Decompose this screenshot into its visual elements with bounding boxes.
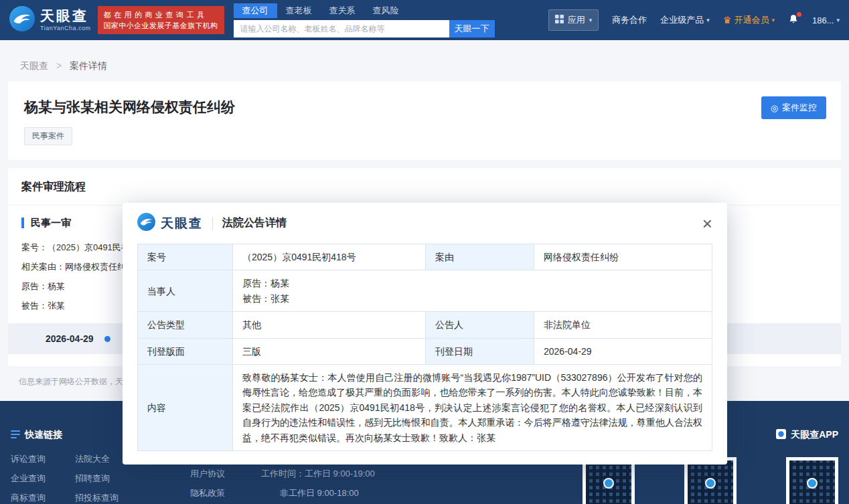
nav-business-label: 商务合作 — [612, 14, 647, 26]
section-title: 案件审理流程 — [8, 168, 841, 205]
table-row: 当事人 原告：杨某 被告：张某 — [138, 270, 712, 312]
user-account-menu[interactable]: 186... ▾ — [812, 15, 840, 25]
publish-date-value-cell: 2026-04-29 — [534, 338, 712, 364]
announcer-label-cell: 公告人 — [426, 312, 534, 338]
field-label: 案号： — [21, 238, 48, 257]
tianyancha-logo[interactable]: 天眼查 TianYanCha.com — [9, 6, 91, 34]
table-row: 公告类型 其他 公告人 非法院单位 — [138, 312, 712, 338]
quick-links-title: 快速链接 — [25, 429, 62, 441]
nav-business-cooperation[interactable]: 商务合作 — [612, 14, 647, 26]
qr-logo-icon — [807, 478, 818, 489]
table-row: 刊登版面 三版 刊登日期 2026-04-29 — [138, 338, 712, 364]
crown-icon: ♛ — [723, 15, 732, 25]
apps-grid-icon — [555, 15, 564, 25]
publish-page-label-cell: 刊登版面 — [138, 338, 233, 364]
logo-eye-icon — [137, 213, 155, 234]
court-announcement-modal: 天眼查 法院公告详情 × 案号 （2025）京0491民初418号 案由 网络侵… — [123, 203, 727, 465]
footer-link-privacy-policy[interactable]: 隐私政策 — [190, 487, 261, 499]
search-block: 查公司 查老板 查关系 查风险 天眼一下 — [234, 3, 495, 37]
timeline-date: 2026-04-29 — [46, 333, 94, 344]
tab-search-company[interactable]: 查公司 — [234, 3, 277, 18]
qr-logo-icon — [705, 478, 716, 489]
chevron-down-icon: ▾ — [589, 17, 593, 23]
field-value: 张某 — [48, 296, 65, 315]
table-row: 案号 （2025）京0491民初418号 案由 网络侵权责任纠纷 — [138, 244, 712, 270]
footer-link[interactable]: 诉讼查询 — [11, 453, 75, 465]
party-label-cell: 当事人 — [138, 270, 233, 312]
content-label-cell: 内容 — [138, 364, 233, 450]
nav-enterprise-products[interactable]: 企业级产品 ▾ — [660, 14, 710, 26]
cause-value-cell: 网络侵权责任纠纷 — [534, 244, 712, 270]
field-label: 相关案由： — [21, 257, 65, 276]
breadcrumb-home-link[interactable]: 天眼查 — [20, 60, 48, 71]
case-number-value-cell: （2025）京0491民初418号 — [233, 244, 426, 270]
page-title: 杨某与张某相关网络侵权责任纠纷 — [24, 98, 825, 116]
defendant-line: 被告：张某 — [242, 291, 702, 306]
modal-header: 天眼查 法院公告详情 × — [123, 203, 727, 242]
field-label: 被告： — [21, 296, 48, 315]
footer-link[interactable]: 企业查询 — [11, 473, 75, 485]
chevron-down-icon: ▾ — [706, 17, 710, 23]
field-label: 原告： — [21, 276, 48, 296]
brand-name: 天眼查 — [40, 9, 91, 23]
announcer-value-cell: 非法院单位 — [534, 312, 712, 338]
header-right-nav: 应用 ▾ 商务合作 企业级产品 ▾ ♛ 开通会员 ▾ — [548, 9, 840, 31]
footer-link-user-agreement[interactable]: 用户协议 — [190, 468, 261, 480]
app-icon — [776, 429, 786, 441]
top-navigation-bar: 天眼查 TianYanCha.com 都在用的商业查询工具 国家中小企业发展子基… — [0, 0, 849, 40]
qr-code-3 — [786, 457, 838, 504]
tab-search-relation[interactable]: 查关系 — [321, 3, 364, 18]
announcement-type-label-cell: 公告类型 — [138, 312, 233, 338]
footer-link[interactable]: 招投标查询 — [75, 492, 165, 504]
qr-logo-icon — [603, 478, 614, 489]
party-value-cell: 原告：杨某 被告：张某 — [233, 270, 712, 312]
announcement-type-value-cell: 其他 — [233, 312, 426, 338]
field-value: 杨某 — [48, 276, 65, 296]
case-title-card: 杨某与张某相关网络侵权责任纠纷 民事案件 ◎ 案件监控 — [8, 82, 841, 160]
notification-bell[interactable] — [788, 14, 799, 27]
chevron-down-icon: ▾ — [836, 17, 840, 23]
case-monitor-button[interactable]: ◎ 案件监控 — [761, 96, 826, 119]
case-number-label-cell: 案号 — [138, 244, 233, 270]
monitor-icon: ◎ — [771, 103, 778, 113]
apps-label: 应用 — [568, 14, 585, 26]
content-value-cell: 致尊敬的杨某女士：本人曾使用自己注册的微博账号“当我遇见你1987”UID（53… — [233, 364, 712, 450]
app-title: 天眼查APP — [791, 429, 838, 441]
modal-body: 案号 （2025）京0491民初418号 案由 网络侵权责任纠纷 当事人 原告：… — [123, 242, 727, 465]
work-time-line2: 非工作日 9:00-18:00 — [261, 487, 422, 499]
nav-enterprise-label: 企业级产品 — [660, 14, 704, 26]
cause-label-cell: 案由 — [426, 244, 534, 270]
breadcrumb: 天眼查 > 案件详情 — [0, 40, 849, 82]
modal-brand: 天眼查 — [161, 215, 203, 232]
slogan-badge: 都在用的商业查询工具 国家中小企业发展子基金旗下机构 — [98, 6, 224, 34]
slogan-line1: 都在用的商业查询工具 — [104, 9, 218, 20]
nav-vip-label: 开通会员 — [734, 14, 769, 26]
apps-menu-button[interactable]: 应用 ▾ — [548, 9, 599, 31]
notification-dot — [797, 12, 801, 17]
footer-link[interactable]: 商标查询 — [11, 492, 75, 504]
monitor-label: 案件监控 — [782, 102, 817, 114]
timeline-dot-icon — [104, 336, 110, 342]
footer-link[interactable]: 招聘查询 — [75, 473, 165, 485]
logo-eye-icon — [9, 6, 35, 34]
close-icon[interactable]: × — [702, 217, 712, 230]
search-input[interactable] — [234, 20, 449, 37]
tab-search-risk[interactable]: 查风险 — [364, 3, 408, 18]
breadcrumb-separator: > — [56, 60, 62, 71]
publish-date-label-cell: 刊登日期 — [426, 338, 534, 364]
app-heading: 天眼查APP — [776, 429, 838, 441]
breadcrumb-current: 案件详情 — [70, 60, 107, 71]
publish-page-value-cell: 三版 — [233, 338, 426, 364]
list-icon — [11, 430, 20, 441]
divider — [212, 217, 213, 230]
brand-domain: TianYanCha.com — [40, 25, 91, 31]
table-row: 内容 致尊敬的杨某女士：本人曾使用自己注册的微博账号“当我遇见你1987”UID… — [138, 364, 712, 450]
search-button[interactable]: 天眼一下 — [449, 20, 495, 37]
announcement-table: 案号 （2025）京0491民初418号 案由 网络侵权责任纠纷 当事人 原告：… — [137, 244, 712, 451]
work-time-line1: 工作时间：工作日 9:00-19:00 — [261, 468, 422, 480]
slogan-line2: 国家中小企业发展子基金旗下机构 — [104, 20, 218, 31]
nav-open-membership[interactable]: ♛ 开通会员 ▾ — [723, 14, 775, 26]
tab-search-boss[interactable]: 查老板 — [277, 3, 321, 18]
case-type-badge: 民事案件 — [24, 127, 72, 145]
search-row: 天眼一下 — [234, 20, 495, 37]
